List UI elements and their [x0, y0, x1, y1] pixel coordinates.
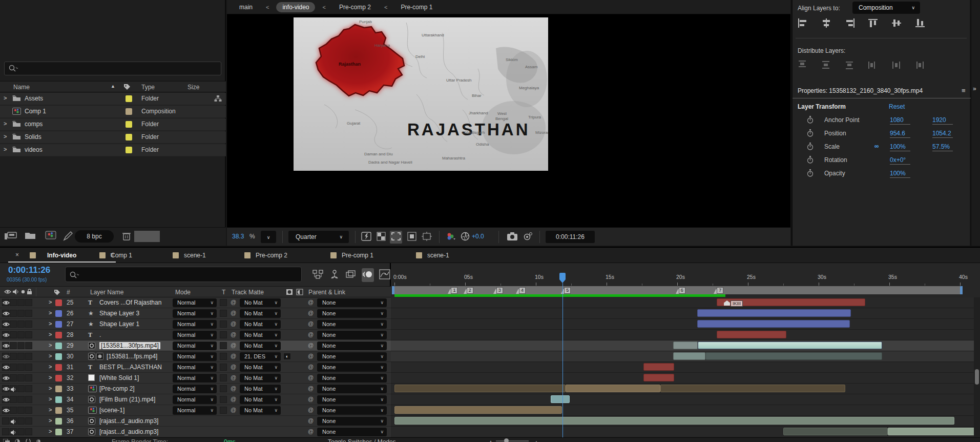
timeline-tab[interactable]: Pre-comp 1 — [330, 248, 407, 263]
audio-switch[interactable] — [10, 364, 17, 371]
toggle-transfer-controls-icon[interactable] — [14, 438, 20, 442]
expand-caret-icon[interactable]: > — [49, 364, 52, 370]
expand-caret-icon[interactable]: > — [49, 374, 52, 380]
parent-link-dropdown[interactable]: None∨ — [317, 309, 387, 318]
toggle-switches-icon[interactable] — [3, 438, 10, 442]
matte-toggle-icon[interactable]: ◐ — [283, 353, 291, 360]
parent-pickwhip-icon[interactable]: @ — [308, 320, 314, 327]
parent-pickwhip-icon[interactable]: @ — [308, 331, 314, 337]
column-mode[interactable]: Mode — [175, 289, 191, 296]
toggle-keys-icon[interactable] — [36, 438, 42, 442]
breadcrumb-item[interactable]: main — [233, 2, 259, 12]
zoom-in-mountain-icon[interactable]: ▲ — [533, 438, 540, 442]
label-color-chip[interactable] — [55, 418, 62, 425]
layer-row[interactable]: > 34 [Film Burn (21).mp4] Normal∨ @ No M… — [0, 394, 391, 405]
lock-switch[interactable] — [25, 331, 32, 338]
link-icon[interactable]: ∞ — [874, 143, 879, 150]
toggle-in-out-icon[interactable] — [25, 438, 32, 442]
project-item-row[interactable]: > Assets Folder — [0, 93, 226, 105]
parent-link-dropdown[interactable]: None∨ — [317, 428, 387, 436]
video-switch[interactable] — [2, 396, 9, 403]
matte-pickwhip-icon[interactable]: @ — [231, 331, 236, 337]
label-color-chip[interactable] — [55, 310, 62, 317]
layer-duration-bar[interactable] — [673, 341, 698, 349]
layer-duration-bar[interactable] — [673, 352, 705, 360]
column-type[interactable]: Type — [141, 84, 155, 91]
label-color-chip[interactable] — [55, 332, 62, 338]
search-input[interactable] — [22, 64, 217, 73]
solo-switch[interactable] — [17, 353, 25, 360]
label-color-chip[interactable] — [126, 134, 132, 140]
column-track-matte[interactable]: Track Matte — [232, 289, 264, 296]
solo-switch[interactable] — [17, 396, 25, 403]
stopwatch-icon[interactable] — [807, 143, 814, 152]
video-switch[interactable] — [2, 407, 9, 414]
parent-pickwhip-icon[interactable]: @ — [308, 417, 314, 424]
track-row[interactable] — [391, 330, 980, 340]
matte-pickwhip-icon[interactable]: @ — [231, 374, 236, 380]
toggle-switches-modes-label[interactable]: Toggle Switches / Modes — [328, 438, 396, 442]
property-value[interactable]: 100% — [890, 170, 910, 178]
composition-flowchart-icon[interactable] — [312, 269, 324, 281]
column-parent-link[interactable]: Parent & Link — [308, 289, 345, 296]
lock-switch[interactable] — [25, 407, 32, 414]
track-matte-dropdown[interactable]: No Mat∨ — [240, 298, 281, 307]
label-color-chip[interactable] — [55, 321, 62, 328]
graph-editor-icon[interactable] — [379, 269, 390, 281]
label-color-chip[interactable] — [55, 375, 62, 381]
parent-pickwhip-icon[interactable]: @ — [308, 374, 314, 380]
parent-link-dropdown[interactable]: None∨ — [317, 417, 387, 426]
parent-pickwhip-icon[interactable]: @ — [308, 342, 314, 348]
solo-switch[interactable] — [17, 364, 25, 371]
parent-pickwhip-icon[interactable]: @ — [308, 353, 314, 359]
adjustment-icon[interactable] — [62, 231, 73, 243]
label-color-chip[interactable] — [55, 407, 62, 414]
video-switch[interactable] — [2, 299, 9, 306]
matte-pickwhip-icon[interactable]: @ — [231, 385, 236, 391]
layer-duration-bar[interactable] — [660, 385, 846, 392]
playhead-handle[interactable] — [559, 273, 566, 283]
layer-row[interactable]: > 27 ★ Shape Layer 1 Normal∨ @ No Mat∨ @… — [0, 319, 391, 330]
audio-switch[interactable] — [10, 331, 17, 338]
video-switch[interactable] — [2, 320, 9, 328]
lock-switch[interactable] — [25, 428, 32, 435]
layer-duration-bar[interactable] — [783, 428, 888, 435]
panel-scrollbar[interactable] — [134, 231, 160, 242]
track-matte-dropdown[interactable]: No Mat∨ — [240, 320, 281, 329]
parent-pickwhip-icon[interactable]: @ — [308, 299, 314, 305]
layer-row[interactable]: > 28 T . Normal∨ @ No Mat∨ @ None∨ — [0, 330, 391, 340]
interpret-footage-icon[interactable] — [4, 231, 17, 243]
close-icon[interactable]: × — [15, 251, 19, 258]
stopwatch-icon[interactable] — [807, 129, 814, 138]
layer-name[interactable]: Shape Layer 3 — [99, 310, 139, 317]
layer-name[interactable]: Covers ...Of Rajasthan — [99, 299, 161, 306]
viewer-timecode[interactable]: 0:00:11:26 — [546, 231, 595, 243]
resolution-dropdown[interactable]: Quarter∨ — [288, 231, 349, 243]
new-folder-icon[interactable] — [25, 231, 36, 242]
layer-row[interactable]: > 31 T BEST PL...AJASTHAN Normal∨ @ No M… — [0, 362, 391, 373]
layer-duration-bar[interactable] — [717, 331, 786, 338]
layer-duration-bar[interactable] — [566, 385, 660, 392]
audio-switch[interactable] — [10, 353, 17, 360]
project-item-name[interactable]: comps — [25, 120, 43, 128]
solo-switch[interactable] — [17, 310, 25, 317]
label-color-chip[interactable] — [126, 95, 132, 102]
blend-mode-dropdown[interactable]: Normal∨ — [173, 374, 217, 383]
layer-name[interactable]: BEST PL...AJASTHAN — [99, 364, 162, 371]
label-color-chip[interactable] — [126, 108, 132, 115]
stopwatch-icon[interactable] — [807, 116, 814, 125]
parent-link-dropdown[interactable]: None∨ — [317, 331, 387, 339]
show-snapshot-icon[interactable] — [523, 232, 533, 243]
track-matte-dropdown[interactable]: No Mat∨ — [240, 309, 281, 318]
solo-switch[interactable] — [17, 374, 25, 381]
audio-switch[interactable] — [10, 342, 17, 349]
fast-previews-icon[interactable] — [361, 232, 371, 243]
layer-row[interactable]: > 33 [Pre-comp 2] Normal∨ @ No Mat∨ @ No… — [0, 384, 391, 394]
lock-switch[interactable] — [25, 396, 32, 403]
blend-mode-dropdown[interactable]: Normal∨ — [173, 341, 217, 350]
property-value[interactable]: 0x+0° — [890, 156, 910, 165]
exposure-value[interactable]: +0.0 — [472, 233, 484, 240]
track-matte-dropdown[interactable]: No Mat∨ — [240, 341, 281, 350]
stopwatch-icon[interactable] — [807, 169, 814, 178]
snapshot-camera-icon[interactable] — [507, 232, 518, 243]
